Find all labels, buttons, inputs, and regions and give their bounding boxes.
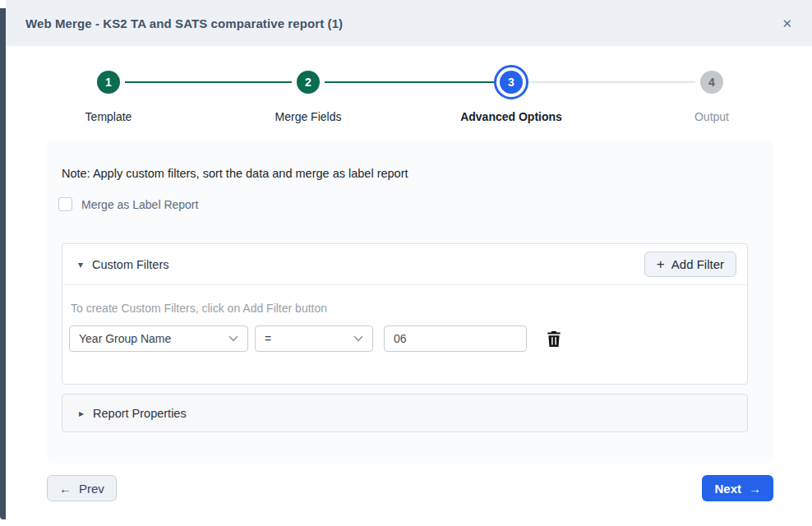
step-number: 3 [508,76,514,89]
step-number: 4 [708,76,715,89]
wizard-stepper: 1 Template 2 Merge Fields 3 Advanced Opt… [6,46,812,140]
stepper-step-output[interactable]: 4 Output [630,65,794,94]
step-number: 1 [105,76,112,89]
chevron-down-icon [353,335,363,342]
screen: Web Merge - KS2 TA and SATS comparative … [0,0,812,526]
add-filter-button[interactable]: + Add Filter [644,251,736,277]
custom-filters-helper-text: To create Custom Filters, click on Add F… [71,302,740,315]
step-number-badge: 1 [97,71,120,94]
filter-row: Year Group Name = [69,325,740,352]
arrow-left-icon: ← [59,482,72,495]
add-filter-label: Add Filter [671,257,724,271]
arrow-right-icon: → [749,482,761,495]
step-label: Merge Fields [226,110,390,123]
close-icon[interactable]: ✕ [782,17,792,30]
note-text: Note: Apply custom filters, sort the dat… [62,167,408,180]
filter-operator-select[interactable]: = [255,325,373,352]
modal-title: Web Merge - KS2 TA and SATS comparative … [25,16,343,30]
custom-filters-body: To create Custom Filters, click on Add F… [62,285,747,352]
chevron-down-icon [228,335,238,342]
filter-field-value: Year Group Name [79,332,171,345]
modal-header: Web Merge - KS2 TA and SATS comparative … [6,0,812,46]
filter-value-input[interactable] [384,325,527,352]
active-step-ring: 3 [494,65,528,99]
next-button[interactable]: Next → [702,475,773,501]
plus-icon: + [657,257,665,271]
report-properties-title: Report Properties [93,407,187,420]
step-number-badge: 3 [500,71,523,94]
custom-filters-header[interactable]: ▾ Custom Filters + Add Filter [62,244,747,285]
custom-filters-title: Custom Filters [92,258,168,271]
step-number-badge: 4 [700,71,723,94]
advanced-options-panel: Note: Apply custom filters, sort the dat… [47,140,773,464]
custom-filters-card: ▾ Custom Filters + Add Filter To create … [62,243,748,385]
step-label: Advanced Options [429,110,593,123]
caret-right-icon: ▸ [79,408,84,418]
background-app-sidebar-sliver [0,8,6,519]
checkbox-label: Merge as Label Report [81,198,198,211]
trash-icon [547,331,561,347]
step-number-badge: 2 [297,71,320,94]
prev-button-label: Prev [79,482,104,496]
delete-filter-button[interactable] [547,331,561,347]
step-label: Output [630,110,794,123]
stepper-step-template[interactable]: 1 Template [26,65,191,94]
filter-operator-value: = [265,332,271,345]
next-button-label: Next [714,482,741,496]
report-properties-header[interactable]: ▸ Report Properties [62,394,748,432]
merge-as-label-checkbox[interactable]: Merge as Label Report [58,197,198,211]
step-number: 2 [305,76,311,89]
filter-field-select[interactable]: Year Group Name [69,325,248,352]
step-label: Template [26,110,191,123]
caret-down-icon: ▾ [78,260,83,270]
web-merge-modal: Web Merge - KS2 TA and SATS comparative … [6,0,812,526]
checkbox-unchecked-icon[interactable] [58,197,72,211]
stepper-step-merge-fields[interactable]: 2 Merge Fields [226,65,390,94]
prev-button[interactable]: ← Prev [47,475,117,501]
stepper-step-advanced-options[interactable]: 3 Advanced Options [429,65,593,99]
